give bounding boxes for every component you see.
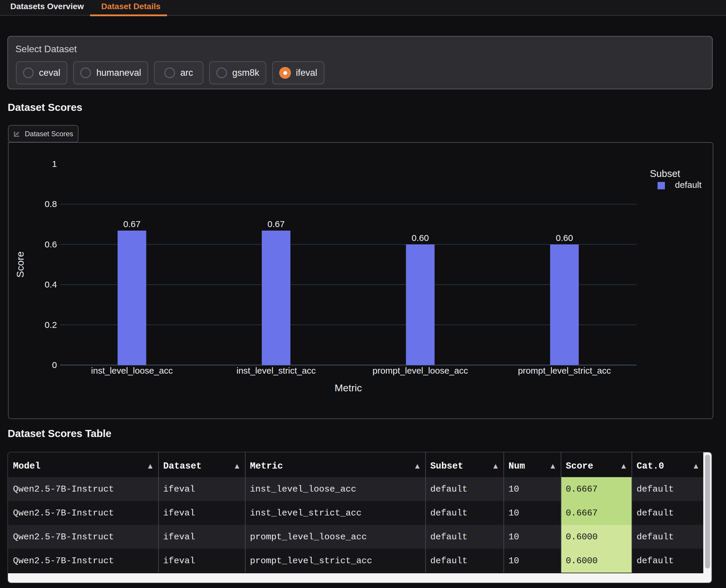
svg-text:inst_level_loose_acc: inst_level_loose_acc (91, 366, 173, 375)
svg-text:default: default (675, 180, 702, 190)
svg-text:0.67: 0.67 (123, 219, 140, 229)
svg-text:1: 1 (52, 159, 57, 169)
svg-text:prompt_level_loose_acc: prompt_level_loose_acc (372, 366, 468, 375)
svg-text:0.4: 0.4 (44, 279, 57, 289)
svg-text:0.6: 0.6 (44, 239, 57, 249)
svg-text:Subset: Subset (650, 168, 680, 179)
svg-text:0.67: 0.67 (267, 219, 284, 229)
svg-text:0.8: 0.8 (44, 199, 57, 209)
svg-text:0.60: 0.60 (556, 233, 573, 243)
svg-text:0: 0 (52, 360, 57, 370)
svg-text:prompt_level_strict_acc: prompt_level_strict_acc (518, 366, 611, 375)
svg-text:inst_level_strict_acc: inst_level_strict_acc (236, 366, 316, 375)
svg-text:Score: Score (15, 252, 26, 278)
svg-text:0.2: 0.2 (44, 320, 57, 330)
svg-text:Metric: Metric (335, 382, 362, 393)
svg-text:0.60: 0.60 (412, 233, 429, 243)
